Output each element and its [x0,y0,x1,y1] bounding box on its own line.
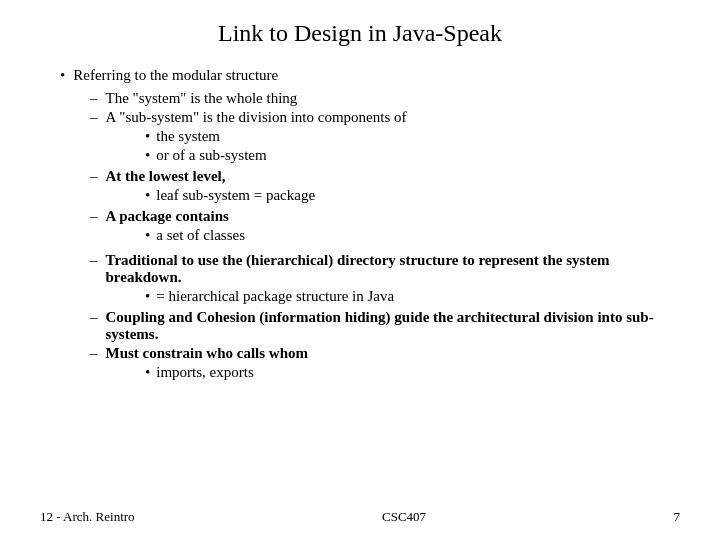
sub-dot: • [145,288,150,305]
dash-item-7: – Must constrain who calls whom [90,345,680,362]
sub-bullet-2a: • the system [145,128,680,145]
sub-bullet-2b: • or of a sub-system [145,147,680,164]
sub-items-7: • imports, exports [90,364,680,381]
sub-items-3: • leaf sub-system = package [90,187,680,204]
sub-item-2a: the system [156,128,220,145]
sub-dot: • [145,128,150,145]
slide-content: • Referring to the modular structure – T… [40,67,680,381]
dash-symbol: – [90,345,98,362]
sub-dot: • [145,227,150,244]
sub-bullet-5a: • = hierarchical package structure in Ja… [145,288,680,305]
dash-item-2: – A "sub-system" is the division into co… [90,109,680,126]
item2-text: A "sub-system" is the division into comp… [106,109,407,126]
item4-text: A package contains [106,208,229,225]
sub-bullet-4a: • a set of classes [145,227,680,244]
main-bullet-text: Referring to the modular structure [73,67,278,84]
indent-level1: – The "system" is the whole thing – A "s… [60,90,680,381]
sub-bullet-7a: • imports, exports [145,364,680,381]
sub-item-4a: a set of classes [156,227,245,244]
item7-text: Must constrain who calls whom [106,345,309,362]
footer-center: CSC407 [382,509,426,525]
sub-items-5: • = hierarchical package structure in Ja… [90,288,680,305]
main-bullet-item: • Referring to the modular structure [60,67,680,84]
sub-items-4: • a set of classes [90,227,680,244]
dash-symbol: – [90,309,98,326]
dash-symbol: – [90,90,98,107]
sub-dot: • [145,364,150,381]
dash-item-6: – Coupling and Cohesion (information hid… [90,309,680,343]
dash-item-4: – A package contains [90,208,680,225]
slide-title: Link to Design in Java-Speak [40,20,680,47]
slide: Link to Design in Java-Speak • Referring… [0,0,720,540]
sub-dot: • [145,147,150,164]
footer-right: 7 [673,509,680,525]
footer-left: 12 - Arch. Reintro [40,509,135,525]
dash-item-3: – At the lowest level, [90,168,680,185]
item5-text: Traditional to use the (hierarchical) di… [106,252,681,286]
item1-text: The "system" is the whole thing [106,90,298,107]
dash-symbol: – [90,208,98,225]
sub-bullet-3a: • leaf sub-system = package [145,187,680,204]
item3-text: At the lowest level, [106,168,226,185]
sub-dot: • [145,187,150,204]
sub-item-3a: leaf sub-system = package [156,187,315,204]
dash-symbol: – [90,168,98,185]
dash-symbol: – [90,252,98,269]
dash-item-1: – The "system" is the whole thing [90,90,680,107]
sub-items-2: • the system • or of a sub-system [90,128,680,164]
sub-item-7a: imports, exports [156,364,254,381]
bullet-dot: • [60,67,65,84]
slide-footer: 12 - Arch. Reintro CSC407 7 [40,509,680,525]
dash-symbol: – [90,109,98,126]
dash-item-5: – Traditional to use the (hierarchical) … [90,252,680,286]
item6-text: Coupling and Cohesion (information hidin… [106,309,681,343]
sub-item-5a: = hierarchical package structure in Java [156,288,394,305]
sub-item-2b: or of a sub-system [156,147,266,164]
